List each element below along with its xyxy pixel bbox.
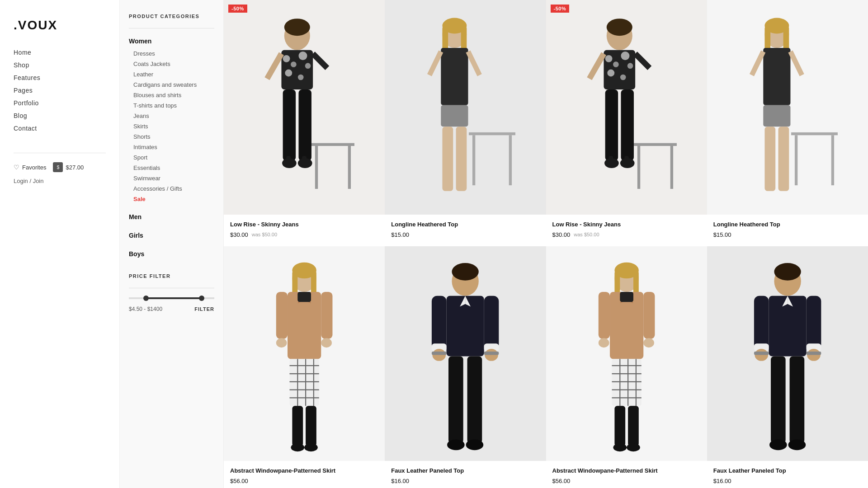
svg-rect-143: [806, 296, 821, 350]
svg-point-37: [606, 19, 632, 36]
cat-item-sport[interactable]: Sport: [129, 152, 214, 163]
svg-rect-75: [321, 292, 332, 339]
product-image-3: -50%: [546, 0, 707, 215]
svg-rect-105: [467, 356, 482, 443]
product-price-7: $56.00: [552, 478, 571, 484]
svg-rect-15: [298, 89, 311, 161]
price-slider-thumb-right[interactable]: [199, 296, 204, 301]
svg-rect-20: [469, 132, 515, 135]
women-title[interactable]: Women: [129, 38, 214, 45]
girls-title[interactable]: Girls: [129, 230, 214, 241]
sale-badge-3: -50%: [551, 5, 570, 13]
product-card-1[interactable]: -50%: [224, 0, 385, 246]
cat-item-cardigans[interactable]: Cardigans and sweaters: [129, 80, 214, 90]
svg-rect-35: [670, 146, 673, 189]
product-figure-3: [546, 0, 707, 215]
svg-point-77: [321, 338, 332, 347]
svg-rect-139: [769, 296, 806, 357]
login-link[interactable]: Login / Join: [14, 178, 44, 184]
product-info-1: Low Rise - Skinny Jeans $30.00 was $50.0…: [224, 215, 385, 246]
product-image-6: [385, 246, 546, 461]
cat-item-coats[interactable]: Coats Jackets: [129, 59, 214, 69]
nav-contact[interactable]: Contact: [14, 122, 106, 135]
svg-point-39: [605, 55, 612, 62]
svg-rect-54: [795, 135, 797, 185]
price-filter-section: PRICE FILTER $4.50 - $1400 FILTER: [129, 273, 214, 312]
svg-rect-132: [628, 406, 639, 446]
svg-line-29: [468, 52, 480, 75]
cat-item-dresses[interactable]: Dresses: [129, 48, 214, 59]
svg-line-13: [313, 54, 327, 68]
products-grid: -50%: [224, 0, 868, 488]
svg-rect-19: [302, 156, 307, 166]
svg-rect-60: [763, 48, 790, 105]
product-image-5: [224, 246, 385, 461]
svg-rect-104: [448, 356, 463, 443]
cat-item-leather[interactable]: Leather: [129, 69, 214, 80]
cat-item-shorts[interactable]: Shorts: [129, 131, 214, 142]
svg-rect-51: [609, 156, 613, 166]
svg-rect-31: [443, 127, 453, 191]
cat-item-skirts[interactable]: Skirts: [129, 121, 214, 131]
product-card-4[interactable]: Longline Heathered Top $15.00: [707, 0, 868, 246]
nav-home[interactable]: Home: [14, 46, 106, 59]
sidebar: .VOUX Home Shop Features Pages Portfolio…: [0, 0, 120, 488]
product-info-7: Abstract Windowpane-Patterned Skirt $56.…: [546, 461, 707, 488]
product-card-5[interactable]: Abstract Windowpane-Patterned Skirt $56.…: [224, 246, 385, 488]
svg-rect-48: [621, 89, 634, 161]
cat-item-tshirts[interactable]: T-shirts and tops: [129, 100, 214, 111]
nav-shop[interactable]: Shop: [14, 59, 106, 71]
svg-rect-53: [791, 132, 838, 135]
filter-button[interactable]: FILTER: [194, 306, 214, 312]
cat-item-sale[interactable]: Sale: [129, 194, 214, 204]
product-pricing-8: $16.00: [713, 478, 862, 484]
svg-point-9: [305, 63, 311, 69]
svg-rect-55: [831, 135, 834, 185]
categories-title: PRODUCT CATEGORIES: [129, 14, 214, 19]
favorites-button[interactable]: ♡ Favorites: [14, 164, 46, 171]
product-image-8: [707, 246, 868, 461]
product-card-3[interactable]: -50%: [546, 0, 707, 246]
nav-pages[interactable]: Pages: [14, 84, 106, 97]
product-card-6[interactable]: Faux Leather Paneled Top $16.00: [385, 246, 546, 488]
product-price-2: $15.00: [391, 231, 409, 238]
cat-item-intimates[interactable]: Intimates: [129, 142, 214, 152]
product-card-2[interactable]: Longline Heathered Top $15.00: [385, 0, 546, 246]
svg-rect-64: [764, 127, 775, 191]
cat-item-blouses[interactable]: Blouses and shirts: [129, 90, 214, 100]
boys-title[interactable]: Boys: [129, 248, 214, 260]
product-figure-2: [385, 0, 546, 215]
product-figure-8: [707, 246, 868, 461]
svg-point-150: [769, 439, 787, 450]
product-name-8: Faux Leather Paneled Top: [713, 467, 862, 475]
nav-features[interactable]: Features: [14, 71, 106, 84]
men-title[interactable]: Men: [129, 211, 214, 223]
nav-portfolio[interactable]: Portfolio: [14, 97, 106, 109]
svg-point-106: [447, 439, 465, 450]
price-slider[interactable]: [129, 297, 214, 299]
svg-rect-1: [315, 146, 318, 189]
product-card-7[interactable]: Abstract Windowpane-Patterned Skirt $56.…: [546, 246, 707, 488]
product-pricing-3: $30.00 was $50.00: [552, 231, 701, 238]
cat-item-accessories[interactable]: Accessories / Gifts: [129, 183, 214, 194]
cat-item-jeans[interactable]: Jeans: [129, 111, 214, 121]
favorites-label: Favorites: [22, 164, 46, 171]
svg-rect-47: [605, 89, 618, 161]
price-filter-title: PRICE FILTER: [129, 273, 214, 279]
product-card-8[interactable]: Faux Leather Paneled Top $16.00: [707, 246, 868, 488]
men-category: Men: [129, 211, 214, 223]
price-slider-thumb-left[interactable]: [143, 296, 149, 301]
svg-point-41: [621, 52, 629, 60]
svg-rect-22: [509, 135, 512, 185]
logo[interactable]: .VOUX: [14, 18, 57, 33]
cat-item-essentials[interactable]: Essentials: [129, 163, 214, 173]
nav-blog[interactable]: Blog: [14, 109, 106, 122]
cart-button[interactable]: $ $27.00: [53, 162, 84, 172]
product-figure-5: [224, 246, 385, 461]
product-figure-1: [224, 0, 385, 215]
svg-rect-118: [598, 292, 609, 339]
cart-icon: $: [53, 162, 63, 172]
cat-item-swimwear[interactable]: Swimwear: [129, 173, 214, 183]
product-pricing-6: $16.00: [391, 478, 539, 484]
svg-line-28: [429, 52, 441, 75]
